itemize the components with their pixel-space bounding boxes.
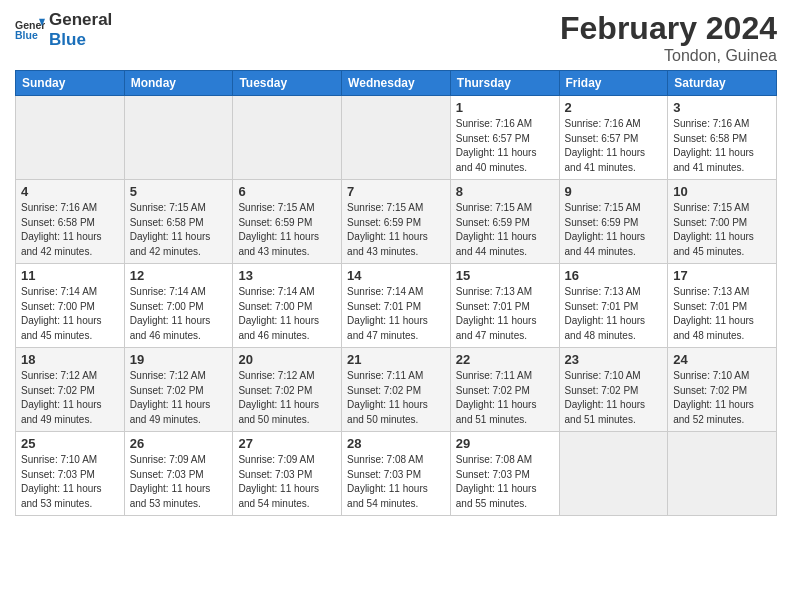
day-number: 22: [456, 352, 554, 367]
day-number: 15: [456, 268, 554, 283]
calendar-cell: 2Sunrise: 7:16 AM Sunset: 6:57 PM Daylig…: [559, 96, 668, 180]
day-info: Sunrise: 7:12 AM Sunset: 7:02 PM Dayligh…: [21, 369, 119, 427]
calendar-cell: 12Sunrise: 7:14 AM Sunset: 7:00 PM Dayli…: [124, 264, 233, 348]
day-number: 8: [456, 184, 554, 199]
calendar-week-2: 4Sunrise: 7:16 AM Sunset: 6:58 PM Daylig…: [16, 180, 777, 264]
calendar-cell: 14Sunrise: 7:14 AM Sunset: 7:01 PM Dayli…: [342, 264, 451, 348]
calendar-week-1: 1Sunrise: 7:16 AM Sunset: 6:57 PM Daylig…: [16, 96, 777, 180]
day-info: Sunrise: 7:13 AM Sunset: 7:01 PM Dayligh…: [673, 285, 771, 343]
calendar-cell: 13Sunrise: 7:14 AM Sunset: 7:00 PM Dayli…: [233, 264, 342, 348]
day-number: 6: [238, 184, 336, 199]
calendar-cell: 6Sunrise: 7:15 AM Sunset: 6:59 PM Daylig…: [233, 180, 342, 264]
day-number: 24: [673, 352, 771, 367]
day-number: 5: [130, 184, 228, 199]
calendar-cell: 1Sunrise: 7:16 AM Sunset: 6:57 PM Daylig…: [450, 96, 559, 180]
day-info: Sunrise: 7:15 AM Sunset: 7:00 PM Dayligh…: [673, 201, 771, 259]
calendar-week-5: 25Sunrise: 7:10 AM Sunset: 7:03 PM Dayli…: [16, 432, 777, 516]
day-number: 29: [456, 436, 554, 451]
day-number: 21: [347, 352, 445, 367]
column-header-thursday: Thursday: [450, 71, 559, 96]
title-area: February 2024 Tondon, Guinea: [560, 10, 777, 65]
calendar-cell: 9Sunrise: 7:15 AM Sunset: 6:59 PM Daylig…: [559, 180, 668, 264]
calendar-cell: 4Sunrise: 7:16 AM Sunset: 6:58 PM Daylig…: [16, 180, 125, 264]
calendar-cell: 8Sunrise: 7:15 AM Sunset: 6:59 PM Daylig…: [450, 180, 559, 264]
day-info: Sunrise: 7:16 AM Sunset: 6:58 PM Dayligh…: [21, 201, 119, 259]
calendar-cell: [124, 96, 233, 180]
calendar-cell: [559, 432, 668, 516]
day-number: 11: [21, 268, 119, 283]
day-info: Sunrise: 7:12 AM Sunset: 7:02 PM Dayligh…: [130, 369, 228, 427]
calendar-cell: 17Sunrise: 7:13 AM Sunset: 7:01 PM Dayli…: [668, 264, 777, 348]
column-header-wednesday: Wednesday: [342, 71, 451, 96]
calendar-table: SundayMondayTuesdayWednesdayThursdayFrid…: [15, 70, 777, 516]
calendar-cell: 28Sunrise: 7:08 AM Sunset: 7:03 PM Dayli…: [342, 432, 451, 516]
day-info: Sunrise: 7:15 AM Sunset: 6:59 PM Dayligh…: [565, 201, 663, 259]
day-number: 28: [347, 436, 445, 451]
calendar-cell: 23Sunrise: 7:10 AM Sunset: 7:02 PM Dayli…: [559, 348, 668, 432]
day-info: Sunrise: 7:14 AM Sunset: 7:01 PM Dayligh…: [347, 285, 445, 343]
calendar-cell: 3Sunrise: 7:16 AM Sunset: 6:58 PM Daylig…: [668, 96, 777, 180]
day-number: 2: [565, 100, 663, 115]
calendar-cell: 26Sunrise: 7:09 AM Sunset: 7:03 PM Dayli…: [124, 432, 233, 516]
column-header-friday: Friday: [559, 71, 668, 96]
calendar-cell: 24Sunrise: 7:10 AM Sunset: 7:02 PM Dayli…: [668, 348, 777, 432]
day-number: 10: [673, 184, 771, 199]
calendar-cell: 19Sunrise: 7:12 AM Sunset: 7:02 PM Dayli…: [124, 348, 233, 432]
day-info: Sunrise: 7:15 AM Sunset: 6:59 PM Dayligh…: [238, 201, 336, 259]
calendar-cell: 25Sunrise: 7:10 AM Sunset: 7:03 PM Dayli…: [16, 432, 125, 516]
calendar-cell: 16Sunrise: 7:13 AM Sunset: 7:01 PM Dayli…: [559, 264, 668, 348]
day-info: Sunrise: 7:12 AM Sunset: 7:02 PM Dayligh…: [238, 369, 336, 427]
svg-text:Blue: Blue: [15, 29, 38, 41]
calendar-cell: 5Sunrise: 7:15 AM Sunset: 6:58 PM Daylig…: [124, 180, 233, 264]
calendar-cell: 15Sunrise: 7:13 AM Sunset: 7:01 PM Dayli…: [450, 264, 559, 348]
day-info: Sunrise: 7:16 AM Sunset: 6:58 PM Dayligh…: [673, 117, 771, 175]
location: Tondon, Guinea: [560, 47, 777, 65]
calendar-cell: 20Sunrise: 7:12 AM Sunset: 7:02 PM Dayli…: [233, 348, 342, 432]
day-number: 1: [456, 100, 554, 115]
day-info: Sunrise: 7:14 AM Sunset: 7:00 PM Dayligh…: [21, 285, 119, 343]
day-info: Sunrise: 7:13 AM Sunset: 7:01 PM Dayligh…: [565, 285, 663, 343]
day-info: Sunrise: 7:16 AM Sunset: 6:57 PM Dayligh…: [456, 117, 554, 175]
day-info: Sunrise: 7:10 AM Sunset: 7:03 PM Dayligh…: [21, 453, 119, 511]
day-info: Sunrise: 7:08 AM Sunset: 7:03 PM Dayligh…: [456, 453, 554, 511]
day-info: Sunrise: 7:16 AM Sunset: 6:57 PM Dayligh…: [565, 117, 663, 175]
day-info: Sunrise: 7:09 AM Sunset: 7:03 PM Dayligh…: [130, 453, 228, 511]
calendar-cell: [233, 96, 342, 180]
day-info: Sunrise: 7:15 AM Sunset: 6:58 PM Dayligh…: [130, 201, 228, 259]
calendar-cell: 27Sunrise: 7:09 AM Sunset: 7:03 PM Dayli…: [233, 432, 342, 516]
logo-text: General Blue: [49, 10, 112, 51]
day-number: 13: [238, 268, 336, 283]
day-info: Sunrise: 7:15 AM Sunset: 6:59 PM Dayligh…: [456, 201, 554, 259]
month-title: February 2024: [560, 10, 777, 47]
day-info: Sunrise: 7:14 AM Sunset: 7:00 PM Dayligh…: [238, 285, 336, 343]
calendar-cell: 22Sunrise: 7:11 AM Sunset: 7:02 PM Dayli…: [450, 348, 559, 432]
column-header-saturday: Saturday: [668, 71, 777, 96]
day-info: Sunrise: 7:11 AM Sunset: 7:02 PM Dayligh…: [456, 369, 554, 427]
day-info: Sunrise: 7:13 AM Sunset: 7:01 PM Dayligh…: [456, 285, 554, 343]
calendar-week-4: 18Sunrise: 7:12 AM Sunset: 7:02 PM Dayli…: [16, 348, 777, 432]
day-info: Sunrise: 7:14 AM Sunset: 7:00 PM Dayligh…: [130, 285, 228, 343]
day-number: 25: [21, 436, 119, 451]
day-info: Sunrise: 7:15 AM Sunset: 6:59 PM Dayligh…: [347, 201, 445, 259]
day-number: 17: [673, 268, 771, 283]
calendar-cell: 18Sunrise: 7:12 AM Sunset: 7:02 PM Dayli…: [16, 348, 125, 432]
calendar-cell: 11Sunrise: 7:14 AM Sunset: 7:00 PM Dayli…: [16, 264, 125, 348]
day-number: 16: [565, 268, 663, 283]
calendar-cell: [342, 96, 451, 180]
day-info: Sunrise: 7:11 AM Sunset: 7:02 PM Dayligh…: [347, 369, 445, 427]
day-number: 19: [130, 352, 228, 367]
calendar-cell: 7Sunrise: 7:15 AM Sunset: 6:59 PM Daylig…: [342, 180, 451, 264]
day-number: 9: [565, 184, 663, 199]
day-number: 3: [673, 100, 771, 115]
logo-icon: General Blue: [15, 15, 45, 45]
page-header: General Blue General Blue February 2024 …: [15, 10, 777, 65]
calendar-cell: 10Sunrise: 7:15 AM Sunset: 7:00 PM Dayli…: [668, 180, 777, 264]
day-number: 4: [21, 184, 119, 199]
day-number: 12: [130, 268, 228, 283]
calendar-cell: 29Sunrise: 7:08 AM Sunset: 7:03 PM Dayli…: [450, 432, 559, 516]
day-number: 14: [347, 268, 445, 283]
day-info: Sunrise: 7:10 AM Sunset: 7:02 PM Dayligh…: [673, 369, 771, 427]
day-number: 26: [130, 436, 228, 451]
day-info: Sunrise: 7:09 AM Sunset: 7:03 PM Dayligh…: [238, 453, 336, 511]
column-header-tuesday: Tuesday: [233, 71, 342, 96]
